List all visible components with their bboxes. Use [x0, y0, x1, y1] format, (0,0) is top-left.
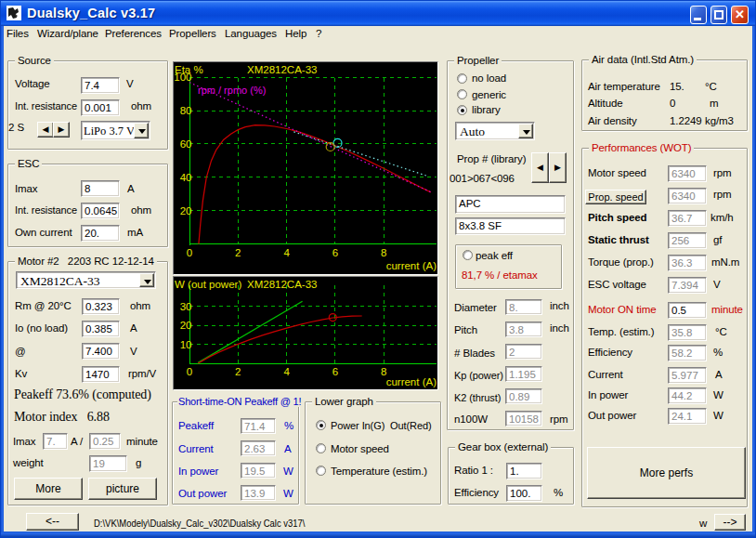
svg-text:2: 2: [235, 247, 241, 258]
svg-text:40: 40: [180, 172, 192, 183]
svg-text:XM2812CA-33: XM2812CA-33: [247, 279, 317, 290]
svg-text:rpm / rpmo (%): rpm / rpmo (%): [198, 85, 266, 96]
svg-text:0: 0: [187, 366, 192, 377]
svg-text:80: 80: [180, 105, 192, 116]
svg-text:current (A): current (A): [386, 376, 437, 387]
svg-text:20: 20: [180, 205, 192, 217]
svg-text:W (out power): W (out power): [175, 279, 241, 290]
svg-text:8: 8: [381, 247, 386, 258]
svg-text:4: 4: [283, 247, 290, 258]
svg-text:6: 6: [332, 366, 338, 377]
svg-text:4: 4: [283, 366, 290, 377]
svg-text:0: 0: [187, 247, 192, 258]
svg-text:Eta %: Eta %: [175, 64, 203, 75]
svg-text:30: 30: [180, 301, 192, 312]
svg-text:XM2812CA-33: XM2812CA-33: [247, 64, 317, 75]
svg-text:20: 20: [180, 320, 192, 331]
svg-text:60: 60: [180, 138, 192, 150]
svg-text:current (A): current (A): [386, 260, 437, 271]
svg-text:2: 2: [235, 366, 241, 377]
svg-text:6: 6: [332, 247, 338, 258]
svg-text:10: 10: [180, 339, 192, 350]
